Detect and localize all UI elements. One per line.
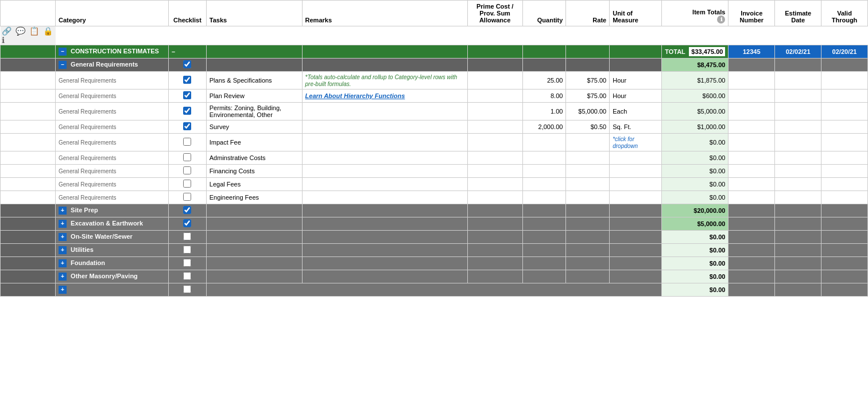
general-req-title: General Requirements [71, 61, 138, 68]
utilities-expand-icon[interactable]: + [59, 246, 67, 254]
table-row: General Requirements Engineering Fees $0… [1, 191, 868, 204]
task-cell: Survey [206, 120, 302, 134]
rate-cell[interactable]: $75.00 [566, 72, 610, 90]
th-estimate: Estimate Date [775, 1, 822, 26]
table-row: General Requirements Survey 2,000.00 $0.… [1, 120, 868, 134]
clipboard-icon[interactable]: 📋 [29, 26, 39, 36]
foundation-checkbox[interactable] [183, 259, 191, 267]
task-cell: Permits: Zoning, Building, Environementa… [206, 103, 302, 120]
utilities-total: $0.00 [662, 244, 728, 257]
row-checkbox[interactable] [183, 122, 191, 130]
uom-cell: Each [610, 103, 662, 120]
utilities-title: Utilities [71, 246, 94, 253]
row-checkbox[interactable] [183, 153, 191, 161]
rate-cell[interactable] [566, 134, 610, 151]
rate-cell[interactable]: $75.00 [566, 90, 610, 103]
excavation-row: + Excavation & Earthwork $5,000.00 [1, 217, 868, 231]
total-cell: $5,000.00 [662, 103, 728, 120]
total-cell: $0.00 [662, 165, 728, 178]
masonry-expand-icon[interactable]: + [59, 273, 67, 281]
site-prep-title: Site Prep [71, 207, 98, 213]
remarks-cell [302, 103, 467, 120]
foundation-expand-icon[interactable]: + [59, 259, 67, 267]
category-cell: General Requirements [56, 90, 169, 103]
site-prep-checkbox[interactable] [183, 206, 191, 214]
quantity-cell[interactable]: 2,000.00 [522, 120, 566, 134]
comment-icon[interactable]: 💬 [16, 26, 25, 36]
quantity-cell[interactable]: 25.00 [522, 72, 566, 90]
category-cell: General Requirements [56, 120, 169, 134]
site-prep-total: $20,000.00 [662, 204, 728, 217]
toolbar-row: 🔗 💬 📋 🔒 ℹ [1, 26, 868, 45]
table-row: General Requirements Plans & Specificati… [1, 72, 868, 90]
partial-expand-icon[interactable]: + [59, 286, 67, 294]
th-tasks: Tasks [206, 1, 302, 26]
collapse-icon[interactable]: – [59, 48, 67, 56]
partial-title-cell: + [56, 283, 169, 297]
quantity-cell[interactable]: 8.00 [522, 90, 566, 103]
site-prep-expand-icon[interactable]: + [59, 207, 67, 215]
general-req-collapse-icon[interactable]: – [59, 61, 67, 69]
total-cell: $0.00 [662, 134, 728, 151]
hierarchy-link[interactable]: Learn About Hierarchy Functions [305, 92, 405, 99]
th-prime: Prime Cost / Prov. Sum Allowance [467, 1, 522, 26]
rate-cell[interactable]: $5,000.00 [566, 103, 610, 120]
general-req-checkbox[interactable] [183, 60, 191, 68]
site-prep-title-cell: + Site Prep [56, 204, 169, 217]
water-sewer-checkbox[interactable] [183, 232, 191, 240]
water-sewer-title-cell: + On-Site Water/Sewer [56, 231, 169, 244]
row-checkbox[interactable] [183, 91, 191, 99]
masonry-checkbox[interactable] [183, 272, 191, 280]
general-req-checkbox-cell[interactable] [169, 59, 207, 72]
task-cell: Adminstrative Costs [206, 151, 302, 165]
water-sewer-row: + On-Site Water/Sewer $0.00 [1, 231, 868, 244]
table-row: General Requirements Financing Costs $0.… [1, 165, 868, 178]
th-quantity: Quantity [522, 1, 566, 26]
category-cell: General Requirements [56, 165, 169, 178]
total-cell: $0.00 [662, 178, 728, 191]
construction-title-cell: – CONSTRUCTION ESTIMATES [56, 45, 169, 59]
row-checkbox[interactable] [183, 166, 191, 174]
quantity-cell[interactable] [522, 134, 566, 151]
foundation-title-cell: + Foundation [56, 257, 169, 270]
rate-cell[interactable]: $0.50 [566, 120, 610, 134]
excavation-checkbox[interactable] [183, 219, 191, 227]
excavation-expand-icon[interactable]: + [59, 220, 67, 228]
category-cell: General Requirements [56, 103, 169, 120]
construction-estimates-table: Category Checklist Tasks Remarks Prime C… [0, 0, 868, 297]
water-sewer-expand-icon[interactable]: + [59, 233, 67, 241]
task-cell: Impact Fee [206, 134, 302, 151]
row-checkbox[interactable] [183, 180, 191, 188]
masonry-total: $0.00 [662, 270, 728, 283]
excavation-total: $5,000.00 [662, 217, 728, 231]
row-checkbox[interactable] [183, 76, 191, 84]
general-req-category-row: – General Requirements $8,475.00 [1, 59, 868, 72]
uom-cell[interactable]: *click for dropdown [610, 134, 662, 151]
row-checkbox[interactable] [183, 193, 191, 201]
row-checkbox[interactable] [183, 138, 191, 146]
utilities-checkbox[interactable] [183, 246, 191, 254]
toolbar-cell: 🔗 💬 📋 🔒 ℹ [1, 26, 56, 45]
link-icon[interactable]: 🔗 [2, 26, 11, 36]
site-prep-row: + Site Prep $20,000.00 [1, 204, 868, 217]
th-remarks: Remarks [302, 1, 467, 26]
foundation-title: Foundation [71, 259, 105, 266]
utilities-row: + Utilities $0.00 [1, 244, 868, 257]
header-row: Category Checklist Tasks Remarks Prime C… [1, 1, 868, 26]
quantity-cell[interactable]: 1.00 [522, 103, 566, 120]
lock-icon[interactable]: 🔒 [43, 26, 53, 36]
total-cell: $0.00 [662, 151, 728, 165]
th-checklist: Checklist [169, 1, 207, 26]
construction-title: CONSTRUCTION ESTIMATES [71, 48, 159, 55]
partial-checkbox[interactable] [183, 285, 191, 293]
partial-row: + $0.00 [1, 283, 868, 297]
masonry-title-cell: + Other Masonry/Paving [56, 270, 169, 283]
excavation-title: Excavation & Earthwork [71, 220, 143, 227]
remarks-cell: Learn About Hierarchy Functions [302, 90, 467, 103]
spreadsheet-container: Category Checklist Tasks Remarks Prime C… [0, 0, 868, 297]
total-cell: $600.00 [662, 90, 728, 103]
info-toolbar-icon[interactable]: ℹ [2, 36, 5, 45]
uom-cell: Hour [610, 90, 662, 103]
general-req-total: $8,475.00 [662, 59, 728, 72]
row-checkbox[interactable] [183, 107, 191, 115]
